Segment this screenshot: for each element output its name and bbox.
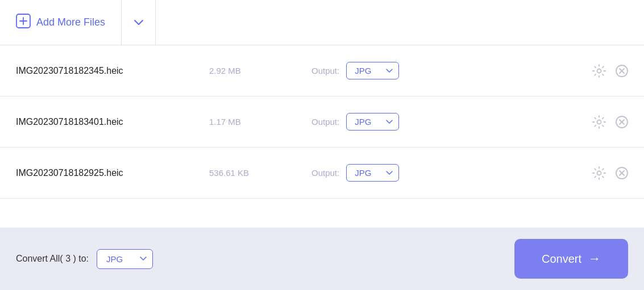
footer: Convert All( 3 ) to: JPGPNGWEBPBMP Conve…	[0, 228, 644, 290]
close-icon	[616, 116, 628, 128]
convert-button-label: Convert	[542, 253, 581, 266]
close-icon	[616, 167, 628, 179]
file-size: 536.61 KB	[209, 168, 277, 178]
convert-all-format-select[interactable]: JPGPNGWEBPBMP	[97, 249, 153, 269]
add-more-label: Add More Files	[36, 16, 105, 28]
file-name: IMG20230718182345.heic	[16, 66, 175, 76]
toolbar: Add More Files	[0, 0, 644, 45]
file-name: IMG20230718182925.heic	[16, 168, 175, 178]
output-label: Output:	[311, 117, 339, 127]
settings-button[interactable]	[592, 64, 606, 78]
svg-point-11	[597, 171, 601, 175]
close-icon	[616, 65, 628, 77]
format-select[interactable]: JPGPNGWEBPBMP	[346, 113, 399, 131]
output-label: Output:	[311, 168, 339, 178]
table-row: IMG20230718182345.heic 2.92 MB Output: J…	[0, 45, 644, 96]
table-row: IMG20230718182925.heic 536.61 KB Output:…	[0, 148, 644, 199]
convert-all-label: Convert All( 3 ) to:	[16, 254, 89, 264]
format-select[interactable]: JPGPNGWEBPBMP	[346, 62, 399, 79]
settings-button[interactable]	[592, 166, 606, 180]
remove-file-button[interactable]	[616, 65, 628, 77]
svg-point-3	[597, 69, 601, 73]
gear-icon	[592, 166, 606, 180]
file-size: 2.92 MB	[209, 66, 277, 75]
remove-file-button[interactable]	[616, 167, 628, 179]
output-label: Output:	[311, 66, 339, 75]
arrow-icon: →	[588, 251, 601, 266]
settings-button[interactable]	[592, 115, 606, 129]
table-row: IMG20230718183401.heic 1.17 MB Output: J…	[0, 96, 644, 148]
add-file-icon	[16, 14, 31, 32]
format-select[interactable]: JPGPNGWEBPBMP	[346, 164, 399, 182]
gear-icon	[592, 64, 606, 78]
chevron-down-icon	[134, 19, 144, 26]
svg-point-7	[597, 120, 601, 124]
file-list: IMG20230718182345.heic 2.92 MB Output: J…	[0, 45, 644, 228]
remove-file-button[interactable]	[616, 116, 628, 128]
file-size: 1.17 MB	[209, 117, 277, 127]
add-more-dropdown-button[interactable]	[122, 0, 156, 45]
add-more-button[interactable]: Add More Files	[0, 0, 122, 45]
convert-button[interactable]: Convert →	[514, 239, 628, 279]
file-name: IMG20230718183401.heic	[16, 117, 175, 127]
gear-icon	[592, 115, 606, 129]
